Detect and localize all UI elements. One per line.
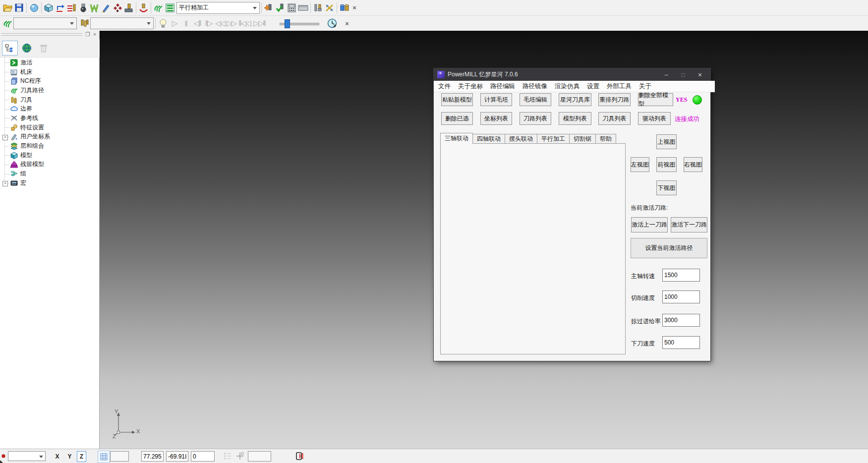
tool-check-icon[interactable]	[275, 2, 286, 14]
tool-block-icon[interactable]	[123, 2, 134, 14]
strategy-list-icon[interactable]	[164, 2, 175, 14]
drag-grip-icon[interactable]	[1, 33, 82, 37]
xyz-list-icon[interactable]	[224, 452, 231, 460]
axis-y-button[interactable]: Y	[65, 451, 74, 462]
rearrange-toolpaths-button[interactable]: 重排列刀路	[598, 93, 631, 106]
maximize-button[interactable]: □	[675, 68, 692, 81]
toolpath-swirl-icon[interactable]	[153, 2, 164, 14]
tab-3axis[interactable]: 三轴联动	[440, 133, 473, 144]
step-forward-button[interactable]: ‖▷	[203, 17, 214, 29]
clock-icon[interactable]	[326, 17, 338, 29]
activate-next-toolpath-button[interactable]: 激活下一刀路	[671, 217, 707, 232]
tree-item-workplanes[interactable]: +用户坐标系	[0, 132, 99, 142]
tool-list-button[interactable]: 刀具列表	[598, 112, 631, 125]
explorer-panel-header[interactable]: ❐ ×	[0, 31, 99, 40]
menu-about[interactable]: 关于	[639, 82, 651, 91]
expand-icon[interactable]: +	[2, 181, 8, 186]
speed-slider[interactable]	[280, 19, 319, 27]
toolpath-combobox[interactable]	[13, 17, 77, 29]
left-view-button[interactable]: 左视图	[631, 157, 649, 172]
play-button[interactable]: ▷	[169, 17, 180, 29]
set-active-path-button[interactable]: 设置当前激活路径	[631, 238, 707, 258]
grid-size-input[interactable]	[110, 451, 129, 462]
tab-help[interactable]: 帮助	[595, 134, 616, 144]
top-view-button[interactable]: 上视图	[656, 134, 677, 149]
tree-item-boundaries[interactable]: 边界	[0, 104, 99, 114]
tree-item-tools[interactable]: 刀具	[0, 95, 99, 105]
menu-external-tools[interactable]: 外部工具	[607, 82, 632, 91]
go-to-end-button[interactable]: ▷▷‖	[252, 17, 267, 29]
pattern-pencil-icon[interactable]	[100, 2, 112, 14]
panel-close-icon[interactable]: ×	[91, 31, 98, 37]
spindle-speed-input[interactable]	[662, 269, 700, 282]
globe-button[interactable]	[19, 41, 35, 56]
resize-grip-icon[interactable]	[0, 460, 3, 463]
tree-item-groups[interactable]: 组	[0, 169, 99, 178]
tree-item-machine[interactable]: 机床	[0, 67, 99, 77]
pause-button[interactable]: ‖	[180, 17, 191, 29]
tab-4axis[interactable]: 四轴联动	[472, 134, 505, 144]
right-view-button[interactable]: 右视图	[684, 157, 702, 172]
axis-x-button[interactable]: X	[53, 451, 62, 462]
tool-spark-icon[interactable]	[263, 2, 275, 14]
cylinders-icon[interactable]	[339, 2, 350, 14]
rewind-button[interactable]: ◁◁	[214, 17, 226, 29]
go-to-start-button[interactable]: ‖◁◁	[237, 17, 252, 29]
calc-stock-button[interactable]: 计算毛坯	[480, 93, 512, 106]
menu-about-coords[interactable]: 关于坐标	[458, 82, 483, 91]
menu-path-mirror[interactable]: 路径镜像	[522, 82, 547, 91]
simulate-arc-icon[interactable]	[138, 2, 149, 14]
render-sphere-icon[interactable]	[28, 2, 40, 14]
menu-render-sim[interactable]: 渲染仿真	[555, 82, 579, 91]
front-view-button[interactable]: 前视图	[656, 157, 677, 172]
tree-item-nc-programs[interactable]: NC程序	[0, 76, 99, 86]
slider-handle[interactable]	[285, 19, 290, 28]
model-list-button[interactable]: 模型列表	[559, 112, 591, 125]
tree-item-toolpaths[interactable]: 刀具路径	[0, 86, 99, 95]
save-icon[interactable]	[13, 2, 25, 14]
points-diamonds-icon[interactable]	[112, 2, 123, 14]
minimize-button[interactable]: –	[658, 68, 675, 81]
open-file-icon[interactable]	[2, 2, 13, 14]
cutting-speed-input[interactable]	[662, 290, 700, 303]
tab-saw[interactable]: 切割锯	[569, 134, 596, 144]
toolbar-close-button[interactable]: ×	[350, 4, 359, 11]
leads-links-icon[interactable]	[55, 2, 66, 14]
tool-holder-icon[interactable]	[312, 2, 324, 14]
coord-x-input[interactable]	[141, 451, 164, 462]
statusbar-combobox[interactable]	[8, 451, 46, 461]
menu-file[interactable]: 文件	[438, 82, 451, 91]
tree-item-patterns[interactable]: 参考线	[0, 114, 99, 123]
tree-item-active[interactable]: 激活	[0, 58, 99, 67]
menu-path-edit[interactable]: 路径编辑	[490, 82, 515, 91]
tab-tilt-head[interactable]: 摆头联动	[505, 134, 537, 144]
skim-feed-input[interactable]	[662, 314, 700, 327]
coord-y-input[interactable]	[166, 451, 188, 462]
tree-item-macros[interactable]: +宏	[0, 178, 99, 188]
tree-item-stock-models[interactable]: 残留模型	[0, 160, 99, 170]
record-dot-button[interactable]	[1, 454, 6, 459]
toolpath-swirl-icon[interactable]	[2, 17, 13, 29]
block-icon[interactable]	[43, 2, 55, 14]
tree-item-feature-sets[interactable]: 特征设置	[0, 123, 99, 132]
tab-parallel[interactable]: 平行加工	[537, 134, 570, 144]
activate-prev-toolpath-button[interactable]: 激活上一刀路	[631, 217, 668, 232]
calculator-icon[interactable]	[286, 2, 297, 14]
stock-edit-button[interactable]: 毛坯编辑	[520, 93, 551, 106]
axis-z-button[interactable]: Z	[77, 451, 86, 462]
strategy-combobox[interactable]: 平行精加工	[176, 2, 260, 14]
statusbar-extra-input[interactable]	[248, 451, 271, 462]
step-back-button[interactable]: ◁‖	[191, 17, 203, 29]
paste-new-model-button[interactable]: 粘贴新模型	[441, 93, 473, 106]
cross-move-icon[interactable]	[324, 2, 335, 14]
coord-z-input[interactable]	[191, 451, 215, 462]
drive-list-button[interactable]: 驱动列表	[638, 112, 671, 125]
ruler-icon[interactable]	[297, 2, 309, 14]
ball-tool-icon[interactable]	[77, 2, 89, 14]
float-panel-icon[interactable]: ❐	[84, 31, 91, 38]
expand-icon[interactable]: +	[2, 135, 8, 140]
tree-item-models[interactable]: 模型	[0, 151, 99, 160]
delete-selected-button[interactable]: 删除已选	[441, 112, 473, 125]
grid-snap-button[interactable]	[98, 451, 110, 463]
bottom-view-button[interactable]: 下视图	[656, 180, 677, 195]
